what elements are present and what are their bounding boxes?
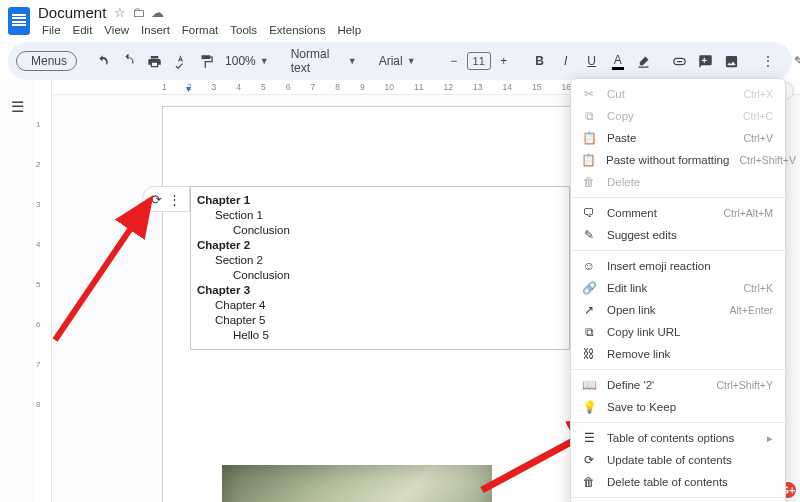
ctx-copy: ⧉CopyCtrl+C: [571, 105, 785, 127]
insert-comment-button[interactable]: [695, 50, 717, 72]
document-title[interactable]: Document: [38, 4, 106, 21]
copy-icon: ⧉: [581, 109, 597, 123]
print-button[interactable]: [143, 50, 165, 72]
menu-edit[interactable]: Edit: [69, 22, 97, 38]
ctx-remove-link[interactable]: ⛓Remove link: [571, 343, 785, 365]
ctx-shortcut: Ctrl+C: [743, 110, 773, 122]
ctx-table-of-contents-options[interactable]: ☰Table of contents options▸: [571, 427, 785, 449]
ctx-suggest-edits[interactable]: ✎Suggest edits: [571, 224, 785, 246]
toc-entry[interactable]: Chapter 5: [197, 313, 561, 328]
ctx-comment[interactable]: 🗨CommentCtrl+Alt+M: [571, 202, 785, 224]
pencil-icon: ✎: [794, 54, 800, 68]
open-icon: ↗: [581, 303, 597, 317]
docs-logo-icon[interactable]: [8, 7, 30, 35]
insert-link-button[interactable]: [669, 50, 691, 72]
font-size-decrease[interactable]: −: [443, 50, 465, 72]
ctx-shortcut: Alt+Enter: [730, 304, 773, 316]
title-actions: ☆ 🗀 ☁: [114, 5, 164, 20]
toc-entry[interactable]: Chapter 2: [197, 238, 561, 253]
toc-entry[interactable]: Conclusion: [197, 268, 561, 283]
ctx-label: Table of contents options: [607, 432, 757, 444]
document-image-placeholder[interactable]: [222, 465, 492, 502]
menu-format[interactable]: Format: [178, 22, 222, 38]
ctx-insert-emoji-reaction[interactable]: ☺Insert emoji reaction: [571, 255, 785, 277]
outline-icon[interactable]: ☰: [11, 98, 24, 116]
text-color-button[interactable]: A: [607, 50, 629, 72]
underline-button[interactable]: U: [581, 50, 603, 72]
font-size-increase[interactable]: +: [493, 50, 515, 72]
ctx-label: Paste: [607, 132, 734, 144]
menu-tools[interactable]: Tools: [226, 22, 261, 38]
toc-icon: ☰: [581, 431, 597, 445]
ctx-label: Suggest edits: [607, 229, 773, 241]
ctx-label: Comment: [607, 207, 713, 219]
toc-entry[interactable]: Hello 5: [197, 328, 561, 343]
ctx-paste-without-formatting[interactable]: 📋Paste without formattingCtrl+Shift+V: [571, 149, 785, 171]
toc-entry[interactable]: Section 2: [197, 253, 561, 268]
ctx-define-2-[interactable]: 📖Define '2'Ctrl+Shift+Y: [571, 374, 785, 396]
menu-file[interactable]: File: [38, 22, 65, 38]
ctx-shortcut: Ctrl+Shift+Y: [716, 379, 773, 391]
font-size-input[interactable]: 11: [467, 52, 491, 70]
highlight-button[interactable]: [633, 50, 655, 72]
toc-entry[interactable]: Section 1: [197, 208, 561, 223]
toolbar-more[interactable]: ⋮: [757, 50, 779, 72]
menus-search[interactable]: Menus: [16, 51, 77, 71]
menu-view[interactable]: View: [100, 22, 133, 38]
cloud-status-icon[interactable]: ☁: [151, 5, 164, 20]
ctx-copy-link-url[interactable]: ⧉Copy link URL: [571, 321, 785, 343]
svg-line-0: [55, 200, 150, 340]
link-icon: 🔗: [581, 281, 597, 295]
paint-format-button[interactable]: [195, 50, 217, 72]
menu-extensions[interactable]: Extensions: [265, 22, 329, 38]
ctx-open-link[interactable]: ↗Open linkAlt+Enter: [571, 299, 785, 321]
move-icon[interactable]: 🗀: [132, 5, 145, 20]
menubar: FileEditViewInsertFormatToolsExtensionsH…: [38, 22, 365, 38]
ctx-delete-table-of-contents[interactable]: 🗑Delete table of contents: [571, 471, 785, 493]
toc-entry[interactable]: Chapter 4: [197, 298, 561, 313]
trash-icon: 🗑: [581, 475, 597, 489]
bold-button[interactable]: B: [529, 50, 551, 72]
ctx-update-table-of-contents[interactable]: ⟳Update table of contents: [571, 449, 785, 471]
left-rail: ☰: [0, 80, 34, 502]
ctx-label: Update table of contents: [607, 454, 773, 466]
ctx-shortcut: Ctrl+Shift+V: [739, 154, 796, 166]
editing-mode-dropdown[interactable]: ✎▼: [787, 51, 800, 71]
paragraph-style-dropdown[interactable]: Normal text▼: [287, 47, 361, 75]
menu-insert[interactable]: Insert: [137, 22, 174, 38]
ctx-edit-link[interactable]: 🔗Edit linkCtrl+K: [571, 277, 785, 299]
more-icon[interactable]: ⋮: [168, 192, 181, 207]
redo-button[interactable]: [117, 50, 139, 72]
undo-button[interactable]: [91, 50, 113, 72]
insert-image-button[interactable]: [721, 50, 743, 72]
star-icon[interactable]: ☆: [114, 5, 126, 20]
ctx-label: Define '2': [607, 379, 706, 391]
toc-entry[interactable]: Chapter 3: [197, 283, 561, 298]
emoji-icon: ☺: [581, 259, 597, 273]
paste-icon: 📋: [581, 153, 596, 167]
italic-button[interactable]: I: [555, 50, 577, 72]
ctx-paste[interactable]: 📋PasteCtrl+V: [571, 127, 785, 149]
ctx-save-to-keep[interactable]: 💡Save to Keep: [571, 396, 785, 418]
cut-icon: ✂: [581, 87, 597, 101]
toc-entry[interactable]: Conclusion: [197, 223, 561, 238]
table-of-contents[interactable]: Chapter 1Section 1ConclusionChapter 2Sec…: [190, 186, 570, 350]
font-dropdown[interactable]: Arial▼: [375, 54, 429, 68]
toc-floating-toolbar: ⟳ ⋮: [142, 186, 190, 212]
spellcheck-button[interactable]: [169, 50, 191, 72]
font-size-control: − 11 +: [443, 50, 515, 72]
refresh-icon[interactable]: ⟳: [151, 192, 162, 207]
ctx-label: Copy: [607, 110, 733, 122]
titlebar: Document ☆ 🗀 ☁ FileEditViewInsertFormatT…: [0, 0, 800, 38]
ctx-label: Insert emoji reaction: [607, 260, 773, 272]
update-icon: ⟳: [581, 453, 597, 467]
ctx-shortcut: Ctrl+Alt+M: [723, 207, 773, 219]
toc-entry[interactable]: Chapter 1: [197, 193, 561, 208]
ctx-shortcut: Ctrl+V: [744, 132, 773, 144]
ctx-cut: ✂CutCtrl+X: [571, 83, 785, 105]
ctx-label: Open link: [607, 304, 720, 316]
trash-icon: 🗑: [581, 175, 597, 189]
zoom-dropdown[interactable]: 100%▼: [221, 54, 273, 68]
menu-help[interactable]: Help: [333, 22, 365, 38]
ctx-shortcut: Ctrl+K: [744, 282, 773, 294]
